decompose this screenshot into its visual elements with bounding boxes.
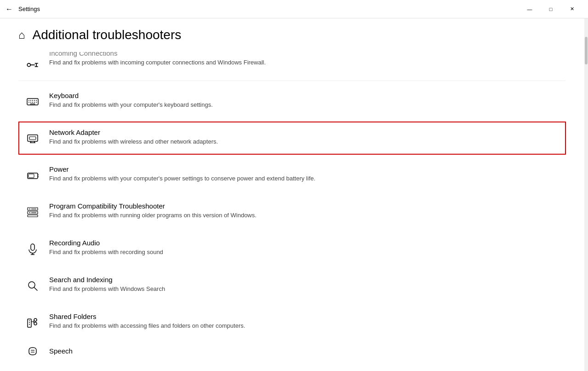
power-text: Power Find and fix problems with your co…	[49, 165, 561, 183]
program-compatibility-name: Program Compatibility Troubleshooter	[49, 202, 561, 210]
svg-line-33	[34, 288, 38, 291]
item-keyboard[interactable]: Keyboard Find and fix problems with your…	[18, 85, 566, 118]
program-compatibility-text: Program Compatibility Troubleshooter Fin…	[49, 202, 561, 220]
window-controls: — □ ✕	[519, 2, 582, 17]
program-compatibility-desc: Find and fix problems with running older…	[49, 211, 561, 220]
item-speech[interactable]: Speech	[18, 342, 566, 361]
shared-folders-desc: Find and fix problems with accessing fil…	[49, 322, 561, 330]
network-adapter-desc: Find and fix problems with wireless and …	[49, 138, 561, 146]
minimize-button[interactable]: —	[519, 2, 540, 17]
incoming-connections-name: Incoming Connections	[49, 52, 561, 57]
speech-icon	[23, 343, 42, 361]
keyboard-text: Keyboard Find and fix problems with your…	[49, 92, 561, 109]
keyboard-name: Keyboard	[49, 92, 561, 99]
svg-rect-21	[29, 174, 34, 178]
svg-rect-12	[30, 104, 35, 104]
main-panel: ⌂ Additional troubleshooters Incoming Co…	[0, 18, 584, 371]
incoming-connections-text: Incoming Connections Find and fix proble…	[49, 55, 561, 67]
network-adapter-name: Network Adapter	[49, 128, 561, 136]
network-adapter-icon	[23, 129, 42, 148]
title-bar: ← Settings — □ ✕	[0, 0, 588, 18]
shared-folders-icon	[23, 313, 42, 332]
item-power[interactable]: Power Find and fix problems with your co…	[18, 158, 566, 191]
page-header: ⌂ Additional troubleshooters	[18, 28, 566, 42]
incoming-connections-desc: Find and fix problems with incoming comp…	[49, 58, 561, 67]
program-compatibility-icon	[23, 203, 42, 221]
search-indexing-name: Search and Indexing	[49, 276, 561, 284]
shared-folders-text: Shared Folders Find and fix problems wit…	[49, 313, 561, 330]
svg-line-41	[34, 320, 34, 322]
svg-rect-28	[28, 215, 38, 217]
page-title: Additional troubleshooters	[33, 28, 182, 42]
search-indexing-icon	[23, 277, 42, 295]
keyboard-icon	[23, 93, 42, 111]
keyboard-desc: Find and fix problems with your computer…	[49, 101, 561, 109]
power-desc: Find and fix problems with your computer…	[49, 174, 561, 183]
search-indexing-text: Search and Indexing Find and fix problem…	[49, 276, 561, 293]
item-recording-audio[interactable]: Recording Audio Find and fix problems wi…	[18, 232, 566, 265]
close-button[interactable]: ✕	[561, 2, 582, 17]
item-search-indexing[interactable]: Search and Indexing Find and fix problem…	[18, 269, 566, 302]
scrollbar-track[interactable]	[584, 18, 588, 371]
power-name: Power	[49, 165, 561, 173]
speech-text: Speech	[49, 347, 561, 356]
svg-point-32	[29, 282, 35, 288]
item-network-adapter[interactable]: Network Adapter Find and fix problems wi…	[18, 122, 566, 155]
back-button[interactable]: ←	[6, 5, 13, 13]
item-incoming-connections[interactable]: Incoming Connections Find and fix proble…	[18, 52, 566, 81]
recording-audio-name: Recording Audio	[49, 239, 561, 247]
maximize-button[interactable]: □	[540, 2, 561, 17]
item-shared-folders[interactable]: Shared Folders Find and fix problems wit…	[18, 306, 566, 339]
scrollbar-thumb[interactable]	[585, 37, 588, 64]
network-adapter-text: Network Adapter Find and fix problems wi…	[49, 128, 561, 146]
shared-folders-name: Shared Folders	[49, 313, 561, 320]
item-program-compatibility[interactable]: Program Compatibility Troubleshooter Fin…	[18, 195, 566, 228]
svg-line-42	[34, 322, 34, 323]
svg-point-39	[34, 319, 37, 321]
home-icon: ⌂	[18, 29, 25, 41]
incoming-connections-icon	[23, 56, 42, 74]
power-icon	[23, 166, 42, 185]
svg-rect-13	[28, 135, 38, 141]
recording-audio-text: Recording Audio Find and fix problems wi…	[49, 239, 561, 256]
svg-point-40	[34, 322, 37, 325]
recording-audio-icon	[23, 240, 42, 258]
svg-rect-29	[31, 244, 34, 250]
recording-audio-desc: Find and fix problems with recording sou…	[49, 248, 561, 256]
title-bar-title: Settings	[18, 6, 519, 12]
svg-rect-14	[29, 137, 36, 139]
search-indexing-desc: Find and fix problems with Windows Searc…	[49, 285, 561, 293]
speech-name: Speech	[49, 347, 561, 355]
content-area: ⌂ Additional troubleshooters Incoming Co…	[0, 18, 588, 371]
svg-point-0	[27, 64, 30, 67]
